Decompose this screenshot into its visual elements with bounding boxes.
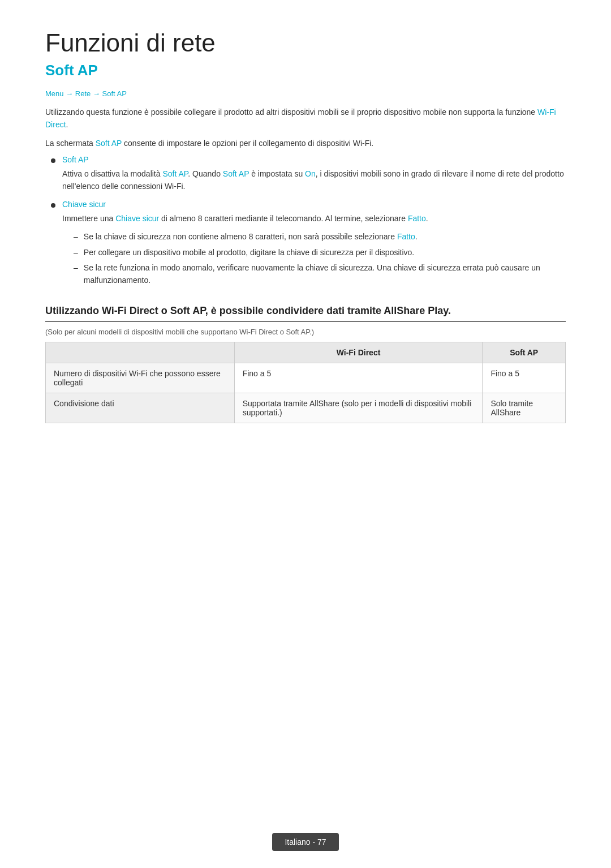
table-cell-label-1: Numero di dispositivi Wi-Fi che possono … [46,363,235,393]
table-header-row: Wi-Fi Direct Soft AP [46,342,566,363]
breadcrumb-rete[interactable]: Rete [75,89,91,98]
intro-text-1: Utilizzando questa funzione è possibile … [45,108,537,117]
chiave-link[interactable]: Chiave sicur [115,214,159,223]
intro-paragraph-1: Utilizzando questa funzione è possibile … [45,106,566,131]
softap-desc-mid2: è impostata su [249,169,305,178]
sub-dash-1: – [74,230,78,243]
table-cell-wifi-direct-1: Fino a 5 [234,363,483,393]
allshare-section-heading: Utilizzando Wi-Fi Direct o Soft AP, è po… [45,304,566,322]
softap-link-desc1[interactable]: Soft AP [162,169,188,178]
page-number-badge: Italiano - 77 [272,833,338,851]
breadcrumb-sep-2: → [93,89,102,98]
table-cell-label-2: Condivisione dati [46,393,235,423]
table-col-empty [46,342,235,363]
fatto-link-sub[interactable]: Fatto [397,232,415,241]
bullet-dot-2 [51,203,55,208]
sub-bullet-1: – Se la chiave di sicurezza non contiene… [45,230,566,243]
sub-bullet-3-text: Se la rete funziona in modo anomalo, ver… [84,261,566,287]
breadcrumb-softap[interactable]: Soft AP [102,89,127,98]
softap-desc-mid1: . Quando [188,169,223,178]
sub-bullet-2-text: Per collegare un dispositivo mobile al p… [84,246,414,259]
sub-dash-2: – [74,246,78,259]
breadcrumb-menu[interactable]: Menu [45,89,64,98]
table-cell-wifi-direct-2: Supportata tramite AllShare (solo per i … [234,393,483,423]
section-subtitle: Soft AP [45,62,566,79]
chiave-desc-mid: di almeno 8 caratteri mediante il teleco… [159,214,408,223]
bullet-softap-label[interactable]: Soft AP [62,155,89,164]
softap-link-intro[interactable]: Soft AP [96,139,122,148]
bullet-chiave-desc: Immettere una Chiave sicur di almeno 8 c… [45,212,566,225]
bullet-chiave-item: Chiave sicur [45,200,566,209]
comparison-table: Wi-Fi Direct Soft AP Numero di dispositi… [45,342,566,423]
table-row: Numero di dispositivi Wi-Fi che possono … [46,363,566,393]
bullet-dot-1 [51,158,55,163]
table-cell-soft-ap-2: Solo tramite AllShare [483,393,566,423]
bullet-chiave-label[interactable]: Chiave sicur [62,200,106,209]
sub-dash-3: – [74,261,78,287]
table-note: (Solo per alcuni modelli di dispositivi … [45,328,566,336]
softap-on-link[interactable]: On [305,169,316,178]
table-row: Condivisione dati Supportata tramite All… [46,393,566,423]
table-col-soft-ap: Soft AP [483,342,566,363]
bullet-softap-section: Soft AP Attiva o disattiva la modalità S… [45,155,566,193]
intro-text-1-end: . [66,120,68,129]
softap-desc-start: Attiva o disattiva la modalità [62,169,162,178]
sub-bullet-1-text: Se la chiave di sicurezza non contiene a… [84,230,418,243]
breadcrumb-sep-1: → [66,89,75,98]
table-col-wifi-direct: Wi-Fi Direct [234,342,483,363]
breadcrumb: Menu → Rete → Soft AP [45,89,566,98]
chiave-desc-start: Immettere una [62,214,115,223]
intro-paragraph-2: La schermata Soft AP consente di imposta… [45,137,566,149]
bullet-softap-item: Soft AP [45,155,566,164]
bullet-chiave-section: Chiave sicur Immettere una Chiave sicur … [45,200,566,287]
softap-link-desc2[interactable]: Soft AP [223,169,249,178]
chiave-desc-end: . [426,214,428,223]
fatto-link[interactable]: Fatto [408,214,426,223]
intro-text-2-start: La schermata [45,139,96,148]
page-title: Funzioni di rete [45,28,566,58]
table-cell-soft-ap-1: Fino a 5 [483,363,566,393]
intro-text-2-end: consente di impostare le opzioni per il … [122,139,373,148]
page-footer: Italiano - 77 [0,833,611,851]
sub-bullet-2: – Per collegare un dispositivo mobile al… [45,246,566,259]
bullet-softap-desc: Attiva o disattiva la modalità Soft AP. … [45,167,566,193]
sub-bullet-3: – Se la rete funziona in modo anomalo, v… [45,261,566,287]
